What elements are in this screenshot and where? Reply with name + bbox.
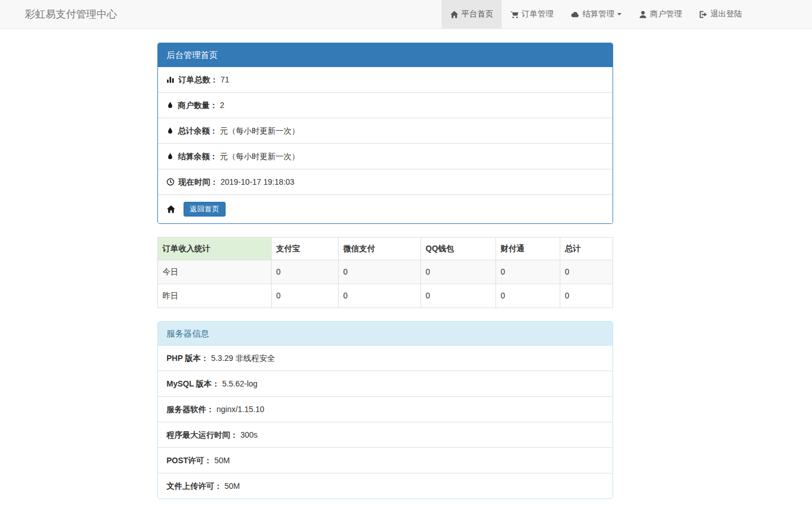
- stat-value: 元（每小时更新一次）: [220, 125, 299, 136]
- server-item-value: 50M: [224, 480, 240, 492]
- stat-merchant-count: 商户数量： 2: [158, 92, 613, 118]
- table-row-today: 今日 0 0 0 0 0: [158, 260, 613, 284]
- nav-item-label: 订单管理: [522, 9, 553, 19]
- back-home-button[interactable]: 返回首页: [184, 202, 226, 217]
- cell-value: 0: [339, 284, 421, 307]
- server-item-value: 5.3.29 非线程安全: [211, 352, 275, 364]
- cell-value: 0: [560, 284, 613, 307]
- server-item-label: 文件上传许可：: [166, 480, 222, 492]
- server-item-label: MySQL 版本：: [166, 378, 220, 389]
- server-item-label: PHP 版本：: [166, 352, 209, 364]
- stat-label: 结算余额：: [178, 151, 218, 162]
- stat-label: 商户数量：: [178, 99, 218, 111]
- column-header-total: 总计: [560, 237, 613, 260]
- tint-icon: [166, 101, 174, 109]
- server-upload-limit: 文件上传许可： 50M: [158, 473, 613, 498]
- stat-value: 元（每小时更新一次）: [220, 151, 299, 162]
- nav-item-order-management[interactable]: 订单管理: [502, 0, 562, 28]
- stat-current-time: 现在时间： 2019-10-17 19:18:03: [158, 169, 613, 194]
- stat-value: 2: [220, 99, 224, 111]
- row-label: 今日: [158, 260, 272, 284]
- cart-icon: [510, 10, 519, 19]
- cell-value: 0: [496, 260, 560, 284]
- nav-item-label: 平台首页: [461, 9, 493, 19]
- tint-icon: [166, 127, 174, 135]
- nav-item-label: 结算管理: [582, 9, 614, 19]
- stat-settlement-balance: 结算余额： 元（每小时更新一次）: [158, 143, 613, 169]
- navbar-menu: 平台首页 订单管理 结算管理 商户管理 退出登陆: [442, 0, 751, 28]
- logout-icon: [699, 10, 707, 19]
- nav-item-settlement-management[interactable]: 结算管理: [562, 0, 630, 28]
- chevron-down-icon: [617, 13, 622, 15]
- stat-total-balance: 总计余额： 元（每小时更新一次）: [158, 118, 613, 143]
- stat-order-total: 订单总数： 71: [158, 67, 613, 92]
- nav-item-label: 商户管理: [650, 9, 682, 19]
- income-table-header-row: 订单收入统计 支付宝 微信支付 QQ钱包 财付通 总计: [158, 237, 613, 260]
- server-info-panel: 服务器信息 PHP 版本： 5.3.29 非线程安全 MySQL 版本： 5.5…: [157, 321, 613, 499]
- cell-value: 0: [272, 284, 339, 307]
- cell-value: 0: [272, 260, 339, 284]
- column-header-qq-wallet: QQ钱包: [421, 237, 496, 260]
- navbar-brand[interactable]: 彩虹易支付管理中心: [0, 0, 126, 28]
- server-item-value: 50M: [214, 455, 230, 466]
- nav-item-merchant-management[interactable]: 商户管理: [630, 0, 690, 28]
- income-table-title-cell: 订单收入统计: [158, 237, 272, 260]
- user-icon: [639, 10, 647, 19]
- cell-value: 0: [560, 260, 613, 284]
- home-icon: [166, 205, 176, 214]
- server-item-value: 5.5.62-log: [222, 378, 257, 389]
- admin-home-panel: 后台管理首页 订单总数： 71 商户数量： 2 总计余额：: [157, 43, 613, 224]
- stat-value: 2019-10-17 19:18:03: [220, 176, 294, 188]
- bar-chart-icon: [166, 76, 174, 84]
- stat-label: 订单总数：: [178, 74, 218, 85]
- admin-stats-list: 订单总数： 71 商户数量： 2 总计余额： 元（每小时更新一次）: [158, 67, 613, 223]
- row-label: 昨日: [158, 284, 272, 307]
- stat-value: 71: [220, 74, 230, 85]
- tint-icon: [166, 152, 174, 160]
- cell-value: 0: [339, 260, 421, 284]
- stat-label: 总计余额：: [178, 125, 218, 136]
- home-icon: [450, 10, 459, 19]
- nav-item-logout[interactable]: 退出登陆: [690, 0, 751, 28]
- server-max-execution-time: 程序最大运行时间： 300s: [158, 422, 613, 447]
- column-header-alipay: 支付宝: [272, 237, 339, 260]
- cell-value: 0: [421, 284, 496, 307]
- cell-value: 0: [421, 260, 496, 284]
- server-mysql-version: MySQL 版本： 5.5.62-log: [158, 371, 613, 396]
- column-header-wechat: 微信支付: [339, 237, 421, 260]
- server-item-value: nginx/1.15.10: [216, 404, 264, 415]
- server-info-list: PHP 版本： 5.3.29 非线程安全 MySQL 版本： 5.5.62-lo…: [158, 346, 613, 498]
- cloud-icon: [571, 10, 580, 19]
- clock-icon: [166, 178, 174, 186]
- nav-item-label: 退出登陆: [710, 9, 742, 19]
- stat-label: 现在时间：: [178, 176, 218, 188]
- server-php-version: PHP 版本： 5.3.29 非线程安全: [158, 346, 613, 371]
- server-item-value: 300s: [240, 429, 257, 440]
- cell-value: 0: [496, 284, 560, 307]
- navbar: 彩虹易支付管理中心 平台首页 订单管理 结算管理 商户管理: [0, 0, 812, 29]
- admin-panel-title: 后台管理首页: [158, 43, 613, 67]
- server-panel-title: 服务器信息: [158, 322, 613, 346]
- server-software: 服务器软件： nginx/1.15.10: [158, 396, 613, 422]
- column-header-tenpay: 财付通: [496, 237, 560, 260]
- server-item-label: POST许可：: [166, 455, 212, 466]
- table-row-yesterday: 昨日 0 0 0 0 0: [158, 284, 613, 307]
- nav-item-platform-home[interactable]: 平台首页: [442, 0, 502, 28]
- main-content: 后台管理首页 订单总数： 71 商户数量： 2 总计余额：: [157, 43, 613, 499]
- server-item-label: 程序最大运行时间：: [166, 429, 238, 440]
- server-post-limit: POST许可： 50M: [158, 447, 613, 473]
- income-table: 订单收入统计 支付宝 微信支付 QQ钱包 财付通 总计 今日 0 0 0 0 0…: [157, 237, 613, 308]
- server-item-label: 服务器软件：: [166, 404, 214, 415]
- back-home-row: 返回首页: [158, 194, 613, 223]
